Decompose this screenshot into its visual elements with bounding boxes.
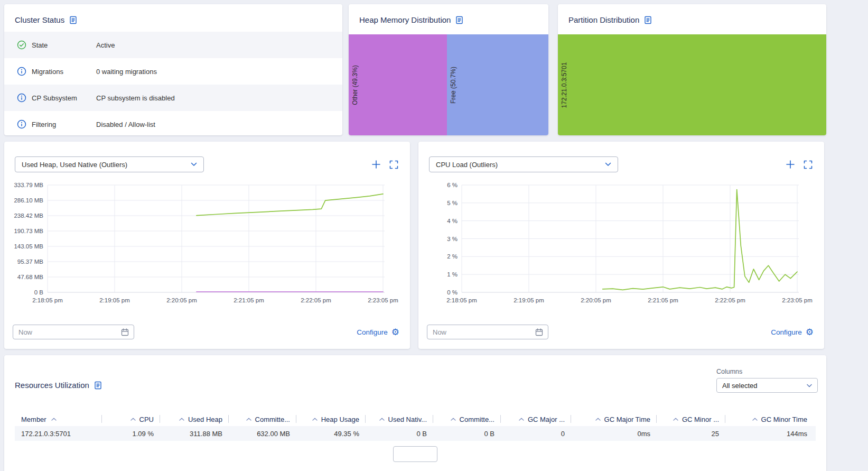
add-chart-icon[interactable] xyxy=(371,160,381,169)
table-row-member[interactable]: 172.21.0.3:5701 1.09 % 311.88 MB 632.00 … xyxy=(15,426,816,441)
status-value: Active xyxy=(96,41,115,49)
info-circle-icon xyxy=(17,93,26,103)
cluster-status-card: Cluster Status State Active Migrations 0… xyxy=(4,4,342,135)
segment-label: Free (50.7%) xyxy=(450,66,457,103)
columns-select-dropdown[interactable]: All selected xyxy=(716,378,818,393)
svg-text:1 %: 1 % xyxy=(447,271,458,278)
sort-caret-icon xyxy=(673,418,678,421)
time-range-input[interactable]: Now xyxy=(427,325,548,339)
used-heap-chart: 2:18:05 pm2:19:05 pm2:20:05 pm2:21:05 pm… xyxy=(4,180,410,307)
cell-used-heap: 311.88 MB xyxy=(160,430,229,438)
cell-gc-minor: 25 xyxy=(657,430,725,438)
metric-selector-dropdown[interactable]: CPU Load (Outliers) xyxy=(429,156,618,172)
report-doc-icon[interactable] xyxy=(94,381,102,390)
partition-distribution-bar: 172.21.0.3:5701 xyxy=(558,34,826,135)
add-chart-icon[interactable] xyxy=(786,160,795,169)
svg-text:190.73 MB: 190.73 MB xyxy=(14,228,43,234)
sort-caret-icon xyxy=(51,418,57,421)
svg-text:2:22:05 pm: 2:22:05 pm xyxy=(301,297,331,303)
svg-text:2:19:05 pm: 2:19:05 pm xyxy=(99,297,130,303)
sort-caret-icon xyxy=(595,418,601,421)
time-range-input[interactable]: Now xyxy=(13,325,134,339)
heap-memory-distribution-card: Heap Memory Distribution Other (49.3%) F… xyxy=(349,4,548,135)
svg-text:3 %: 3 % xyxy=(447,236,458,242)
status-label: Filtering xyxy=(32,121,96,128)
columns-picker: Columns All selected xyxy=(716,368,818,393)
status-label: Migrations xyxy=(32,68,96,76)
check-circle-icon xyxy=(17,40,26,50)
status-value: Disabled / Allow-list xyxy=(96,121,155,128)
svg-text:2:22:05 pm: 2:22:05 pm xyxy=(715,297,745,303)
page-size-dropdown[interactable] xyxy=(393,446,437,462)
column-header-used-native[interactable]: Used Nativ... xyxy=(366,412,433,426)
cell-cpu: 1.09 % xyxy=(102,430,160,438)
report-doc-icon[interactable] xyxy=(69,16,77,24)
chevron-down-icon xyxy=(605,162,611,167)
info-circle-icon xyxy=(17,119,26,129)
resources-utilization-card: Resources Utilization Columns All select… xyxy=(4,355,826,471)
report-doc-icon[interactable] xyxy=(455,16,463,24)
cluster-status-title: Cluster Status xyxy=(15,15,64,24)
svg-text:286.10 MB: 286.10 MB xyxy=(14,197,43,204)
status-value: CP subsystem is disabled xyxy=(96,94,175,102)
svg-text:95.37 MB: 95.37 MB xyxy=(17,258,44,265)
configure-label: Configure xyxy=(771,328,802,336)
svg-text:2:20:05 pm: 2:20:05 pm xyxy=(166,297,197,303)
svg-text:2:18:05 pm: 2:18:05 pm xyxy=(446,297,477,303)
heap-segment-other: Other (49.3%) xyxy=(349,34,447,135)
report-doc-icon[interactable] xyxy=(644,16,652,24)
svg-text:2 %: 2 % xyxy=(447,253,458,260)
memory-metric-panel: Used Heap, Used Native (Outliers) 2:18:0… xyxy=(4,142,410,349)
svg-text:6 %: 6 % xyxy=(447,182,458,188)
svg-text:0 %: 0 % xyxy=(447,289,458,295)
calendar-icon xyxy=(535,328,543,336)
heap-distribution-title: Heap Memory Distribution xyxy=(359,15,451,24)
fullscreen-icon[interactable] xyxy=(804,160,813,169)
cell-gc-major-time: 0ms xyxy=(571,430,657,438)
sort-caret-icon xyxy=(312,418,318,421)
column-header-gc-minor[interactable]: GC Minor ... xyxy=(657,412,725,426)
cell-used-native: 0 B xyxy=(366,430,433,438)
status-row-state: State Active xyxy=(4,32,342,58)
metric-selector-value: CPU Load (Outliers) xyxy=(436,161,498,169)
svg-text:143.05 MB: 143.05 MB xyxy=(14,243,43,250)
column-header-cpu[interactable]: CPU xyxy=(102,412,160,426)
column-header-gc-major-time[interactable]: GC Major Time xyxy=(571,412,657,426)
svg-text:2:23:05 pm: 2:23:05 pm xyxy=(782,297,813,303)
gear-icon: ⚙ xyxy=(806,328,814,337)
columns-label: Columns xyxy=(716,368,818,375)
resources-table: Member CPU Used Heap Committe... Heap Us… xyxy=(15,412,816,441)
fullscreen-icon[interactable] xyxy=(389,160,398,169)
svg-text:2:21:05 pm: 2:21:05 pm xyxy=(648,297,678,303)
metric-selector-value: Used Heap, Used Native (Outliers) xyxy=(22,161,127,169)
metric-selector-dropdown[interactable]: Used Heap, Used Native (Outliers) xyxy=(15,156,204,172)
columns-select-value: All selected xyxy=(722,382,757,390)
partition-distribution-title: Partition Distribution xyxy=(568,15,639,24)
svg-text:47.68 MB: 47.68 MB xyxy=(17,274,44,280)
configure-link[interactable]: Configure ⚙ xyxy=(771,328,814,337)
column-header-gc-minor-time[interactable]: GC Minor Time xyxy=(725,412,814,426)
svg-text:0 B: 0 B xyxy=(34,289,44,295)
gear-icon: ⚙ xyxy=(391,328,399,337)
column-header-used-heap[interactable]: Used Heap xyxy=(160,412,229,426)
cell-committed-native: 0 B xyxy=(433,430,501,438)
cell-member: 172.21.0.3:5701 xyxy=(15,430,102,438)
chevron-down-icon xyxy=(807,384,812,387)
cpu-metric-panel: CPU Load (Outliers) 2:18:05 pm2:19:05 pm… xyxy=(418,142,824,349)
status-label: CP Subsystem xyxy=(32,94,96,102)
table-header-row: Member CPU Used Heap Committe... Heap Us… xyxy=(15,412,816,426)
status-row-cp-subsystem: CP Subsystem CP subsystem is disabled xyxy=(4,85,342,111)
column-header-committed-heap[interactable]: Committe... xyxy=(229,412,296,426)
sort-caret-icon xyxy=(130,418,136,421)
column-header-gc-major[interactable]: GC Major ... xyxy=(501,412,571,426)
column-header-heap-usage[interactable]: Heap Usage xyxy=(296,412,366,426)
column-header-member[interactable]: Member xyxy=(15,412,102,426)
svg-text:2:21:05 pm: 2:21:05 pm xyxy=(234,297,264,303)
column-header-committed-native[interactable]: Committe... xyxy=(433,412,501,426)
partition-distribution-card: Partition Distribution 172.21.0.3:5701 xyxy=(558,4,826,135)
status-row-filtering: Filtering Disabled / Allow-list xyxy=(4,111,342,137)
configure-link[interactable]: Configure ⚙ xyxy=(357,328,399,337)
svg-text:4 %: 4 % xyxy=(447,218,458,224)
cell-gc-major: 0 xyxy=(501,430,571,438)
svg-text:238.42 MB: 238.42 MB xyxy=(14,213,43,219)
